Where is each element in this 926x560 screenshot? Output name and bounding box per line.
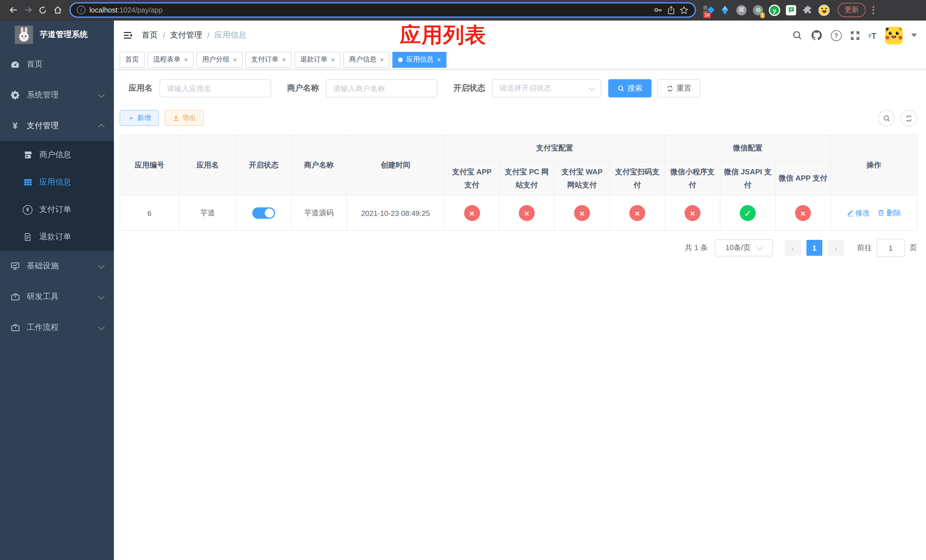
- chevron-down-icon[interactable]: [911, 33, 917, 37]
- status-select[interactable]: 请选择开启状态: [492, 79, 601, 97]
- tab-process-form[interactable]: 流程表单×: [147, 51, 194, 68]
- extensions-puzzle-icon[interactable]: [802, 4, 813, 16]
- breadcrumb-payment: 支付管理: [170, 30, 202, 41]
- close-icon[interactable]: ×: [184, 56, 188, 63]
- export-button[interactable]: 导出: [165, 110, 204, 126]
- delete-link[interactable]: 删除: [878, 208, 901, 218]
- yen-icon: ¥: [10, 121, 20, 131]
- password-key-icon[interactable]: [653, 5, 663, 15]
- github-icon[interactable]: [811, 30, 822, 41]
- search-button[interactable]: 搜索: [608, 79, 652, 97]
- tab-pay-order[interactable]: 支付订单×: [245, 51, 292, 68]
- tab-refund-order[interactable]: 退款订单×: [294, 51, 340, 68]
- next-page-button[interactable]: ›: [828, 240, 844, 256]
- help-icon[interactable]: ?: [831, 30, 842, 41]
- close-icon[interactable]: ×: [331, 56, 335, 63]
- address-bar[interactable]: i localhost:1024/pay/app: [70, 2, 696, 18]
- extension-gem-icon[interactable]: [719, 4, 731, 16]
- sidebar-item-payment[interactable]: ¥ 支付管理: [0, 110, 114, 141]
- browser-menu-icon[interactable]: [873, 6, 874, 14]
- sidebar-item-refund-order[interactable]: 退款订单: [0, 223, 114, 251]
- extension-sketch-icon[interactable]: 10: [703, 4, 714, 16]
- chevron-down-icon: [98, 262, 105, 269]
- close-icon[interactable]: ×: [437, 56, 441, 63]
- goto-suffix: 页: [909, 243, 917, 253]
- page-size-select[interactable]: 10条/页: [715, 239, 773, 256]
- app-title: 芋道管理系统: [40, 30, 88, 40]
- bookmark-star-icon[interactable]: [679, 5, 688, 15]
- col-alipay-pc: 支付宝 PC 网站支付: [499, 162, 554, 196]
- show-search-button[interactable]: [878, 110, 895, 127]
- fullscreen-icon[interactable]: [850, 30, 860, 40]
- sidebar-item-app-info[interactable]: 应用信息: [0, 169, 114, 196]
- screen: i localhost:1024/pay/app 10 ⌘: [0, 0, 926, 560]
- add-button[interactable]: ＋ 新增: [120, 110, 159, 126]
- browser-reload-button[interactable]: [35, 3, 50, 17]
- font-size-icon[interactable]: тT: [869, 30, 876, 40]
- col-alipay-wap: 支付宝 WAP 网站支付: [554, 162, 610, 196]
- user-avatar[interactable]: [885, 26, 903, 44]
- browser-back-button[interactable]: [6, 3, 21, 17]
- prev-page-button[interactable]: ‹: [785, 240, 801, 256]
- gear-icon: [10, 91, 20, 100]
- sidebar-item-pay-order[interactable]: ¥ 支付订单: [0, 196, 114, 223]
- col-wx-lite: 微信小程序支付: [665, 162, 720, 196]
- reset-button[interactable]: 重置: [657, 79, 701, 97]
- browser-home-button[interactable]: [50, 3, 65, 17]
- group-alipay: 支付宝配置: [445, 135, 665, 162]
- chevron-down-icon: [98, 293, 105, 300]
- tab-merchant-info[interactable]: 商户信息×: [343, 51, 390, 68]
- tab-app-info[interactable]: 应用信息×: [392, 51, 446, 68]
- merchant-name-input[interactable]: [326, 79, 437, 97]
- col-actions: 操作: [831, 135, 917, 196]
- sidebar-item-workflow[interactable]: 工作流程: [0, 312, 114, 343]
- chevron-down-icon: [757, 244, 763, 251]
- tab-user-group[interactable]: 用户分组×: [197, 51, 243, 68]
- table-row: 6 芋道 芋道源码 2021-10-23 08:49:25 × × × × × …: [120, 196, 917, 230]
- extension-command-icon[interactable]: ⌘: [736, 4, 747, 16]
- toolbox-icon: [10, 292, 20, 301]
- edit-link[interactable]: 修改: [847, 208, 870, 218]
- browser-toolbar: i localhost:1024/pay/app 10 ⌘: [0, 0, 926, 21]
- status-badge-alipay-qr: ×: [629, 205, 645, 221]
- url-text: localhost:1024/pay/app: [89, 6, 163, 14]
- grid-icon: [23, 178, 32, 187]
- cell-created: 2021-10-23 08:49:25: [346, 196, 445, 230]
- tab-home[interactable]: 首页: [120, 51, 145, 68]
- sidebar-item-system[interactable]: 系统管理: [0, 80, 114, 110]
- refresh-button[interactable]: [900, 110, 917, 127]
- browser-update-button[interactable]: 更新: [838, 3, 865, 17]
- sidebar-collapse-icon[interactable]: [123, 31, 133, 40]
- share-icon[interactable]: [667, 5, 675, 15]
- app-name-label: 应用名: [129, 83, 153, 94]
- col-alipay-qr: 支付宝扫码支付: [610, 162, 665, 196]
- extension-y-icon[interactable]: y: [769, 4, 780, 16]
- search-icon[interactable]: [792, 30, 802, 41]
- sidebar-item-infrastructure[interactable]: 基础设施: [0, 251, 114, 282]
- chevron-up-icon: [98, 124, 105, 130]
- sidebar-item-home[interactable]: 首页: [0, 49, 114, 80]
- sidebar-item-merchant-info[interactable]: 商户信息: [0, 141, 114, 169]
- col-status: 开启状态: [236, 135, 291, 196]
- current-page[interactable]: 1: [806, 240, 822, 256]
- extension-emoji-icon[interactable]: [819, 4, 830, 16]
- sidebar-item-dev-tools[interactable]: 研发工具: [0, 282, 114, 312]
- page-annotation: 应用列表: [400, 23, 486, 48]
- cell-merchant: 芋道源码: [291, 196, 346, 230]
- close-icon[interactable]: ×: [233, 56, 237, 63]
- status-badge-wx-app: ×: [795, 205, 811, 221]
- status-badge-alipay-wap: ×: [574, 205, 590, 221]
- extension-chat-icon[interactable]: [785, 4, 797, 16]
- close-icon[interactable]: ×: [282, 56, 286, 63]
- breadcrumb-home[interactable]: 首页: [142, 30, 158, 41]
- site-info-icon[interactable]: i: [77, 6, 85, 14]
- app-logo: [15, 26, 33, 44]
- goto-page-input[interactable]: [876, 239, 905, 257]
- browser-forward-button[interactable]: [21, 3, 35, 17]
- status-badge-alipay-pc: ×: [519, 205, 535, 221]
- status-toggle[interactable]: [252, 207, 275, 219]
- app-name-input[interactable]: [159, 79, 271, 97]
- extension-recorder-icon[interactable]: 1: [752, 4, 764, 16]
- status-badge-wx-jsapi: ✓: [740, 205, 756, 221]
- close-icon[interactable]: ×: [380, 56, 384, 63]
